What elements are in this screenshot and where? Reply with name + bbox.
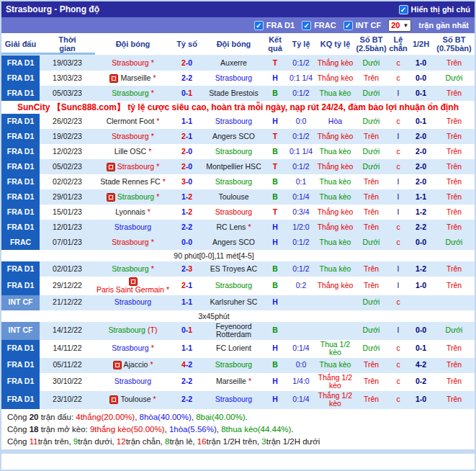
league-badge: FRA D1 <box>1 159 40 174</box>
team-name-home[interactable]: Strasbourg <box>117 163 154 171</box>
date-cell: 14/11/22 <box>40 340 95 358</box>
red-card-icon <box>109 74 118 83</box>
team-name-away[interactable]: RC Lens <box>217 223 246 232</box>
team-name-home[interactable]: Toulouse <box>120 395 151 404</box>
team-cell-home: Strasbourg* <box>95 129 171 144</box>
league-badge: FRA D1 <box>1 114 40 129</box>
team-name-home[interactable]: Lyonnais <box>115 208 145 217</box>
team-name-away[interactable]: Strasbourg <box>215 74 252 83</box>
half-score-cell: 2-0 <box>408 159 434 174</box>
result-cell: H <box>264 114 286 129</box>
team-name-away[interactable]: Strasbourg <box>215 282 252 290</box>
team-name-away[interactable]: Strasbourg <box>215 395 252 404</box>
checkbox-checked-icon: ✓ <box>343 21 353 30</box>
half-score-cell: 2-2 <box>408 220 434 235</box>
filter-checkbox-int-cf[interactable]: ✓ INT CF <box>343 21 381 30</box>
date-cell: 12/02/23 <box>40 144 95 159</box>
team-name-away[interactable]: Angers SCO <box>212 133 255 141</box>
header-cell-result: Kết quả <box>264 33 286 55</box>
team-star-icon: * <box>163 178 166 187</box>
footer-segment: 9thắng kèo(50.00%) <box>90 425 165 434</box>
parity-cell: l <box>388 174 408 189</box>
team-name-home[interactable]: Ajaccio <box>124 361 148 369</box>
team-name-away[interactable]: Auxerre <box>220 59 247 68</box>
goals075-cell: Trên <box>434 261 475 277</box>
team-name-away[interactable]: Stade Brestois <box>209 89 258 98</box>
team-name-home[interactable]: Strasbourg <box>114 298 151 307</box>
league-badge: INT CF <box>1 295 40 310</box>
team-name-home[interactable]: Marseille <box>120 74 151 83</box>
league-badge: FRA D1 <box>1 340 40 358</box>
footer-segment: trận 1/2H dưới <box>266 437 320 446</box>
team-cell-away: Feyenoord Rotterdam <box>203 322 264 340</box>
team-name-away[interactable]: Strasbourg <box>215 208 252 217</box>
team-name-home[interactable]: Lille OSC <box>114 148 146 156</box>
score-cell: 2-2 <box>171 391 203 409</box>
date-cell: 15/01/23 <box>40 205 95 220</box>
show-notes-checkbox[interactable]: ✓ Hiển thị ghi chú <box>399 5 471 14</box>
team-name-home[interactable]: Strasbourg <box>112 344 148 353</box>
goals25-cell: Trên <box>354 174 388 189</box>
team-name-home[interactable]: Strasbourg <box>112 89 148 98</box>
team-star-icon: * <box>153 395 156 404</box>
team-name-away[interactable]: Karlsruher SC <box>210 298 258 307</box>
league-badge: INT CF <box>1 322 40 340</box>
half-score-cell: 0-1 <box>408 86 434 101</box>
odds-cell: 0:1/4 <box>286 391 316 409</box>
result-cell: B <box>264 277 286 295</box>
red-card-icon <box>107 163 115 171</box>
team-name-away[interactable]: Strasbourg <box>215 117 252 126</box>
team-name-home[interactable]: Strasbourg <box>114 223 151 232</box>
team-name-away[interactable]: Toulouse <box>218 193 248 202</box>
team-name-away[interactable]: Strasbourg <box>215 361 252 369</box>
team-name-away[interactable]: FC Lorient <box>216 344 251 353</box>
score-away: 2 <box>188 208 192 217</box>
ad-row: SunCity 【Sunc888.com】 tỷ lệ cược siêu ca… <box>1 101 475 114</box>
team-name-home[interactable]: Strasbourg <box>117 193 154 202</box>
date-cell: 05/11/22 <box>40 358 95 373</box>
team-name-home[interactable]: Clermont Foot <box>107 117 155 126</box>
result-cell: B <box>264 261 286 277</box>
footer-segment: 8bại(40.00%) <box>196 413 245 421</box>
filter-checkbox-fra-d1[interactable]: ✓ FRA D1 <box>254 21 295 30</box>
ad-link[interactable]: SunCity 【Sunc888.com】 tỷ lệ cược siêu ca… <box>17 102 459 114</box>
team-name-home[interactable]: Strasbourg <box>109 326 145 335</box>
team-name-home[interactable]: Strasbourg <box>114 377 151 386</box>
match-count-select[interactable]: 20 ▼ <box>388 19 411 32</box>
league-badge: FRA D1 <box>1 189 40 205</box>
team-name-away[interactable]: Marseille <box>216 377 246 386</box>
team-name-away[interactable]: Strasbourg <box>215 148 252 156</box>
parity-cell: c <box>388 358 408 373</box>
team-name-home[interactable]: Stade Rennes FC <box>100 178 160 187</box>
footer-segment: 4thắng(20.00%) <box>76 413 135 421</box>
odds-result-cell: Thắng kèo <box>316 277 354 295</box>
checkbox-checked-icon: ✓ <box>399 5 408 14</box>
match-row: FRA D112/02/23Lille OSC*2-0StrasbourgB0:… <box>1 144 475 159</box>
team-name-home[interactable]: Strasbourg <box>112 133 148 141</box>
team-cell-home: Strasbourg* <box>95 159 171 174</box>
team-name-away[interactable]: ES Troyes AC <box>210 265 257 274</box>
team-cell-home: Strasbourg* <box>95 340 171 358</box>
team-cell-home: Strasbourg* <box>95 261 171 277</box>
team-cell-away: Strasbourg <box>203 174 264 189</box>
match-count-value: 20 <box>391 21 400 30</box>
league-badge: FRA D1 <box>1 55 40 71</box>
odds-cell: 0:1/2 <box>286 129 316 144</box>
half-score-cell: 0-0 <box>408 235 434 250</box>
filter-checkbox-frac[interactable]: ✓ FRAC <box>302 21 336 30</box>
footer-segment: trận mở kèo: <box>38 425 89 434</box>
team-cell-home: Strasbourg <box>95 373 171 391</box>
team-name-home[interactable]: Strasbourg <box>112 238 148 247</box>
team-name-away[interactable]: Montpellier HSC <box>206 163 261 171</box>
team-star-icon: * <box>151 238 154 247</box>
team-name-away[interactable]: Feyenoord Rotterdam <box>204 323 264 339</box>
team-name-away[interactable]: Strasbourg <box>215 178 252 187</box>
league-badge: FRA D1 <box>1 261 40 277</box>
goals075-cell: Trên <box>434 55 475 71</box>
team-name-home[interactable]: Strasbourg <box>112 265 148 274</box>
goals25-cell: Trên <box>354 373 388 391</box>
team-name-home[interactable]: Strasbourg <box>112 59 148 68</box>
team-name-away[interactable]: Angers SCO <box>212 238 255 247</box>
team-name-home[interactable]: Paris Saint Germain <box>96 286 164 295</box>
note-row: 3x45phút <box>1 310 475 322</box>
